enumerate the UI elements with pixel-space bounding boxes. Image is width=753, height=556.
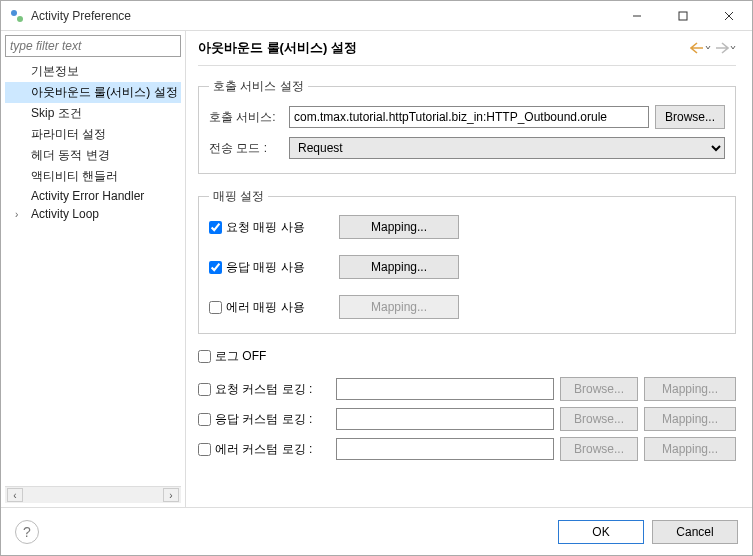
svg-point-0 bbox=[11, 10, 17, 16]
cancel-button[interactable]: Cancel bbox=[652, 520, 738, 544]
response-mapping-label: 응답 매핑 사용 bbox=[226, 259, 305, 276]
response-log-check[interactable]: 응답 커스텀 로깅 : bbox=[198, 411, 330, 428]
response-mapping-check[interactable]: 응답 매핑 사용 bbox=[209, 259, 329, 276]
log-off-check[interactable]: 로그 OFF bbox=[198, 348, 736, 365]
tree-item-label: 액티비티 핸들러 bbox=[31, 169, 118, 183]
forward-button[interactable] bbox=[715, 42, 736, 54]
tree-item-label: Activity Error Handler bbox=[31, 189, 144, 203]
back-button[interactable] bbox=[690, 42, 711, 54]
tree-item-basic-info[interactable]: 기본정보 bbox=[5, 61, 181, 82]
close-button[interactable] bbox=[706, 1, 752, 30]
response-log-label: 응답 커스텀 로깅 : bbox=[215, 411, 312, 428]
request-log-check[interactable]: 요청 커스텀 로깅 : bbox=[198, 381, 330, 398]
tree-item-label: 헤더 동적 변경 bbox=[31, 148, 110, 162]
request-log-label: 요청 커스텀 로깅 : bbox=[215, 381, 312, 398]
error-log-check[interactable]: 에러 커스텀 로깅 : bbox=[198, 441, 330, 458]
error-log-label: 에러 커스텀 로깅 : bbox=[215, 441, 312, 458]
sidebar: 기본정보 아웃바운드 룰(서비스) 설정 Skip 조건 파라미터 설정 헤더 … bbox=[1, 31, 186, 507]
request-mapping-label: 요청 매핑 사용 bbox=[226, 219, 305, 236]
log-row-error: 에러 커스텀 로깅 : Browse... Mapping... bbox=[198, 437, 736, 461]
request-mapping-button[interactable]: Mapping... bbox=[339, 215, 459, 239]
window-title: Activity Preference bbox=[31, 9, 614, 23]
request-log-mapping-button: Mapping... bbox=[644, 377, 736, 401]
expand-icon[interactable]: › bbox=[15, 209, 25, 220]
tree-item-outbound-rule[interactable]: 아웃바운드 룰(서비스) 설정 bbox=[5, 82, 181, 103]
request-log-browse-button: Browse... bbox=[560, 377, 638, 401]
error-mapping-check[interactable]: 에러 매핑 사용 bbox=[209, 299, 329, 316]
tree-item-skip-condition[interactable]: Skip 조건 bbox=[5, 103, 181, 124]
request-mapping-checkbox[interactable] bbox=[209, 221, 222, 234]
error-log-mapping-button: Mapping... bbox=[644, 437, 736, 461]
titlebar: Activity Preference bbox=[1, 1, 752, 31]
mapping-fieldset: 매핑 설정 요청 매핑 사용 Mapping... 응답 매핑 사용 Mappi… bbox=[198, 188, 736, 334]
filter-input[interactable] bbox=[5, 35, 181, 57]
nav-arrows bbox=[690, 42, 736, 54]
mapping-row-error: 에러 매핑 사용 Mapping... bbox=[209, 295, 725, 319]
error-mapping-button: Mapping... bbox=[339, 295, 459, 319]
error-mapping-checkbox[interactable] bbox=[209, 301, 222, 314]
tree-item-label: Activity Loop bbox=[31, 207, 99, 221]
maximize-button[interactable] bbox=[660, 1, 706, 30]
request-mapping-check[interactable]: 요청 매핑 사용 bbox=[209, 219, 329, 236]
mapping-row-request: 요청 매핑 사용 Mapping... bbox=[209, 215, 725, 239]
mapping-legend: 매핑 설정 bbox=[209, 188, 268, 205]
tree-item-parameter-setting[interactable]: 파라미터 설정 bbox=[5, 124, 181, 145]
svg-rect-3 bbox=[679, 12, 687, 20]
error-log-browse-button: Browse... bbox=[560, 437, 638, 461]
response-log-input[interactable] bbox=[336, 408, 554, 430]
sidebar-hscrollbar[interactable]: ‹ › bbox=[5, 486, 181, 503]
tree-item-activity-loop[interactable]: ›Activity Loop bbox=[5, 205, 181, 223]
call-service-input[interactable] bbox=[289, 106, 649, 128]
error-mapping-label: 에러 매핑 사용 bbox=[226, 299, 305, 316]
scroll-right-icon[interactable]: › bbox=[163, 488, 179, 502]
content-header: 아웃바운드 룰(서비스) 설정 bbox=[198, 39, 736, 66]
footer: ? OK Cancel bbox=[1, 507, 752, 555]
preference-tree[interactable]: 기본정보 아웃바운드 룰(서비스) 설정 Skip 조건 파라미터 설정 헤더 … bbox=[5, 61, 181, 486]
app-icon bbox=[9, 8, 25, 24]
tree-item-label: Skip 조건 bbox=[31, 106, 82, 120]
tree-item-activity-error-handler[interactable]: Activity Error Handler bbox=[5, 187, 181, 205]
transfer-mode-label: 전송 모드 : bbox=[209, 140, 283, 157]
tree-item-label: 아웃바운드 룰(서비스) 설정 bbox=[31, 85, 178, 99]
response-mapping-checkbox[interactable] bbox=[209, 261, 222, 274]
error-log-checkbox[interactable] bbox=[198, 443, 211, 456]
svg-point-1 bbox=[17, 16, 23, 22]
log-row-response: 응답 커스텀 로깅 : Browse... Mapping... bbox=[198, 407, 736, 431]
window-controls bbox=[614, 1, 752, 30]
response-log-checkbox[interactable] bbox=[198, 413, 211, 426]
response-mapping-button[interactable]: Mapping... bbox=[339, 255, 459, 279]
request-log-checkbox[interactable] bbox=[198, 383, 211, 396]
tree-item-label: 기본정보 bbox=[31, 64, 79, 78]
call-service-legend: 호출 서비스 설정 bbox=[209, 78, 308, 95]
browse-service-button[interactable]: Browse... bbox=[655, 105, 725, 129]
tree-item-activity-handler[interactable]: 액티비티 핸들러 bbox=[5, 166, 181, 187]
main-area: 기본정보 아웃바운드 룰(서비스) 설정 Skip 조건 파라미터 설정 헤더 … bbox=[1, 31, 752, 507]
page-title: 아웃바운드 룰(서비스) 설정 bbox=[198, 39, 690, 57]
log-off-label: 로그 OFF bbox=[215, 348, 266, 365]
log-row-request: 요청 커스텀 로깅 : Browse... Mapping... bbox=[198, 377, 736, 401]
log-off-checkbox[interactable] bbox=[198, 350, 211, 363]
mapping-row-response: 응답 매핑 사용 Mapping... bbox=[209, 255, 725, 279]
minimize-button[interactable] bbox=[614, 1, 660, 30]
request-log-input[interactable] bbox=[336, 378, 554, 400]
help-button[interactable]: ? bbox=[15, 520, 39, 544]
transfer-mode-select[interactable]: Request bbox=[289, 137, 725, 159]
call-service-label: 호출 서비스: bbox=[209, 109, 283, 126]
scroll-left-icon[interactable]: ‹ bbox=[7, 488, 23, 502]
tree-item-label: 파라미터 설정 bbox=[31, 127, 106, 141]
content-pane: 아웃바운드 룰(서비스) 설정 호출 서비스 설정 호출 서비스: Browse… bbox=[186, 31, 752, 507]
response-log-mapping-button: Mapping... bbox=[644, 407, 736, 431]
tree-item-header-dynamic-change[interactable]: 헤더 동적 변경 bbox=[5, 145, 181, 166]
ok-button[interactable]: OK bbox=[558, 520, 644, 544]
response-log-browse-button: Browse... bbox=[560, 407, 638, 431]
call-service-fieldset: 호출 서비스 설정 호출 서비스: Browse... 전송 모드 : Requ… bbox=[198, 78, 736, 174]
error-log-input[interactable] bbox=[336, 438, 554, 460]
